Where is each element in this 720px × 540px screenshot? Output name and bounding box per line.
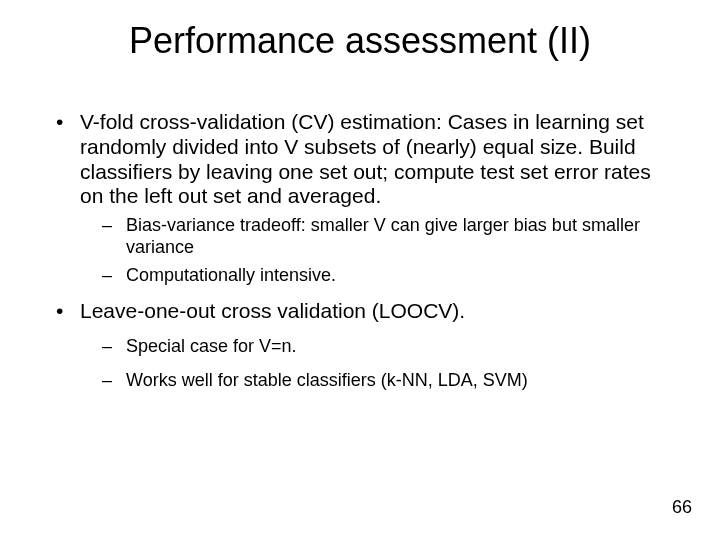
sub-bullet-item: Special case for V=n. <box>80 336 674 358</box>
bullet-item: Leave-one-out cross validation (LOOCV). … <box>54 299 674 392</box>
slide-title: Performance assessment (II) <box>0 20 720 62</box>
sub-bullet-text: Bias-variance tradeoff: smaller V can gi… <box>126 215 640 257</box>
bullet-list: V-fold cross-validation (CV) estimation:… <box>54 110 674 392</box>
bullet-item: V-fold cross-validation (CV) estimation:… <box>54 110 674 287</box>
sub-bullet-text: Special case for V=n. <box>126 336 297 356</box>
sub-bullet-list: Bias-variance tradeoff: smaller V can gi… <box>80 215 674 287</box>
bullet-text: V-fold cross-validation (CV) estimation:… <box>80 110 651 207</box>
sub-bullet-list: Special case for V=n. Works well for sta… <box>80 336 674 392</box>
bullet-text: Leave-one-out cross validation (LOOCV). <box>80 299 465 322</box>
sub-bullet-item: Bias-variance tradeoff: smaller V can gi… <box>80 215 674 259</box>
sub-bullet-text: Computationally intensive. <box>126 265 336 285</box>
slide: Performance assessment (II) V-fold cross… <box>0 0 720 540</box>
sub-bullet-text: Works well for stable classifiers (k-NN,… <box>126 370 528 390</box>
sub-bullet-item: Computationally intensive. <box>80 265 674 287</box>
page-number: 66 <box>672 497 692 518</box>
slide-body: V-fold cross-validation (CV) estimation:… <box>54 110 674 404</box>
sub-bullet-item: Works well for stable classifiers (k-NN,… <box>80 370 674 392</box>
